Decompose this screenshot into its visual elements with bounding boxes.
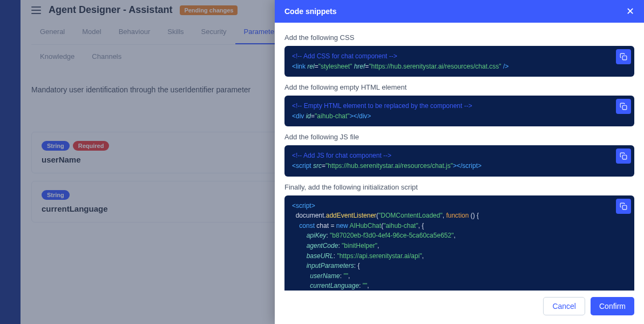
svg-rect-3: [622, 105, 627, 110]
copy-icon[interactable]: [616, 199, 631, 214]
copy-icon[interactable]: [616, 148, 631, 164]
modal-body: Add the following CSS<!-- Add CSS for ch…: [275, 23, 644, 291]
modal-footer: Cancel Confirm: [275, 291, 644, 324]
snippet-label: Add the following empty HTML element: [284, 83, 634, 91]
snippet-label: Add the following JS file: [284, 133, 634, 141]
code-block: <script> document.addEventListener("DOMC…: [284, 195, 634, 291]
code-block: <!-- Add JS for chat component --><scrip…: [284, 145, 634, 176]
cancel-button[interactable]: Cancel: [543, 297, 585, 315]
code-block: <!-- Empty HTML element to be replaced b…: [284, 96, 634, 126]
snippet-label: Add the following CSS: [284, 33, 634, 42]
copy-icon[interactable]: [616, 49, 631, 64]
snippet-label: Finally, add the following initializatio…: [284, 183, 634, 191]
svg-rect-5: [622, 205, 627, 210]
code-snippets-modal: Code snippets ✕ Add the following CSS<!-…: [275, 0, 644, 324]
modal-header: Code snippets ✕: [275, 0, 644, 23]
confirm-button[interactable]: Confirm: [591, 297, 634, 315]
svg-rect-2: [622, 56, 627, 60]
modal-title: Code snippets: [284, 7, 336, 16]
code-block: <!-- Add CSS for chat component --><link…: [284, 46, 634, 77]
copy-icon[interactable]: [616, 99, 631, 114]
close-icon[interactable]: ✕: [626, 6, 634, 16]
svg-rect-4: [622, 156, 627, 160]
